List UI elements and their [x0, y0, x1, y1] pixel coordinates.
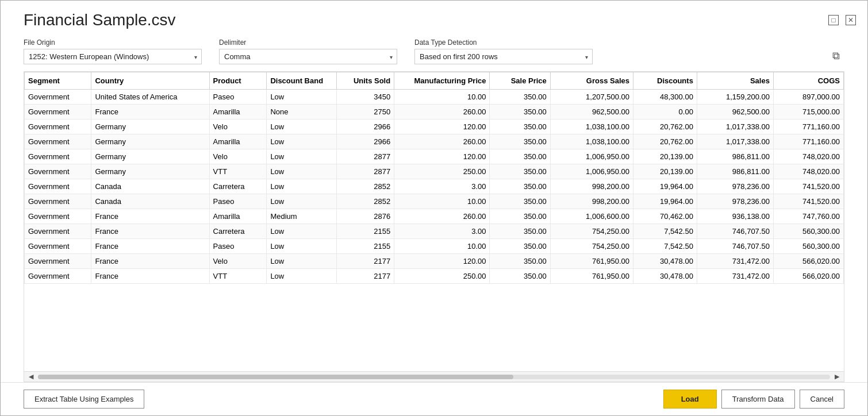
table-cell: 741,520.00	[773, 179, 843, 194]
file-origin-label: File Origin	[24, 38, 202, 47]
load-button[interactable]: Load	[663, 390, 717, 409]
table-cell: 2876	[337, 209, 394, 224]
col-header-gross-sales: Gross Sales	[550, 72, 633, 90]
col-header-product: Product	[209, 72, 267, 90]
file-origin-select[interactable]: 1252: Western European (Windows) UTF-8 U…	[24, 49, 202, 64]
file-icon-button[interactable]: ⧉	[828, 48, 844, 64]
table-cell: 20,139.00	[633, 164, 697, 179]
table-cell: 978,236.00	[697, 194, 773, 209]
col-header-discounts: Discounts	[633, 72, 697, 90]
table-cell: 2155	[337, 239, 394, 254]
table-cell: France	[91, 239, 209, 254]
table-cell: 962,500.00	[697, 105, 773, 120]
table-cell: 10.00	[394, 194, 490, 209]
table-cell: Canada	[91, 179, 209, 194]
table-cell: Velo	[209, 120, 267, 134]
table-cell: 998,200.00	[550, 194, 633, 209]
table-row: GovernmentCanadaCarreteraLow28523.00350.…	[25, 179, 844, 194]
table-cell: 978,236.00	[697, 179, 773, 194]
col-header-cogs: COGS	[773, 72, 843, 90]
table-cell: 761,950.00	[550, 254, 633, 269]
table-cell: 2852	[337, 194, 394, 209]
table-cell: Amarilla	[209, 134, 267, 149]
delimiter-select[interactable]: Comma Tab Semicolon	[219, 49, 397, 64]
table-cell: Low	[267, 194, 337, 209]
table-cell: 761,950.00	[550, 269, 633, 284]
table-cell: 19,964.00	[633, 179, 697, 194]
table-cell: 350.00	[490, 149, 550, 164]
table-cell: France	[91, 105, 209, 120]
table-cell: 7,542.50	[633, 224, 697, 239]
close-button[interactable]: ✕	[846, 15, 856, 25]
table-cell: 48,300.00	[633, 90, 697, 105]
table-cell: 754,250.00	[550, 224, 633, 239]
table-cell: 3.00	[394, 179, 490, 194]
table-cell: 754,250.00	[550, 239, 633, 254]
table-cell: Government	[25, 149, 91, 164]
table-cell: 1,006,950.00	[550, 164, 633, 179]
table-cell: Low	[267, 239, 337, 254]
col-header-country: Country	[91, 72, 209, 90]
table-cell: 566,020.00	[773, 269, 843, 284]
table-scroll-container[interactable]: Segment Country Product Discount Band Un…	[24, 72, 844, 371]
table-row: GovernmentGermanyVeloLow2966120.00350.00…	[25, 120, 844, 134]
table-cell: Low	[267, 254, 337, 269]
maximize-button[interactable]: □	[828, 15, 839, 25]
table-cell: VTT	[209, 269, 267, 284]
table-cell: 748,020.00	[773, 149, 843, 164]
file-origin-group: File Origin 1252: Western European (Wind…	[24, 38, 202, 64]
table-cell: 2177	[337, 254, 394, 269]
table-cell: Government	[25, 239, 91, 254]
cancel-button[interactable]: Cancel	[800, 390, 844, 409]
title-bar: Financial Sample.csv □ ✕	[1, 1, 867, 33]
table-cell: 897,000.00	[773, 90, 843, 105]
table-cell: Amarilla	[209, 209, 267, 224]
table-cell: 2155	[337, 224, 394, 239]
table-cell: 20,762.00	[633, 120, 697, 134]
table-cell: 936,138.00	[697, 209, 773, 224]
table-cell: 350.00	[490, 105, 550, 120]
table-cell: Government	[25, 194, 91, 209]
table-cell: France	[91, 254, 209, 269]
delimiter-label: Delimiter	[219, 38, 397, 47]
table-cell: Government	[25, 179, 91, 194]
table-cell: Government	[25, 254, 91, 269]
table-cell: Government	[25, 105, 91, 120]
table-cell: 350.00	[490, 209, 550, 224]
table-cell: 1,207,500.00	[550, 90, 633, 105]
extract-table-button[interactable]: Extract Table Using Examples	[24, 390, 144, 409]
table-row: GovernmentGermanyVTTLow2877250.00350.001…	[25, 164, 844, 179]
horizontal-scroll-thumb[interactable]	[38, 375, 513, 379]
table-cell: 350.00	[490, 179, 550, 194]
table-cell: 120.00	[394, 149, 490, 164]
scroll-right-arrow-icon[interactable]: ▶	[832, 373, 842, 380]
dialog-title: Financial Sample.csv	[24, 11, 176, 29]
col-header-units-sold: Units Sold	[337, 72, 394, 90]
horizontal-scrollbar[interactable]: ◀ ▶	[24, 371, 844, 382]
table-cell: 2852	[337, 179, 394, 194]
table-cell: Government	[25, 90, 91, 105]
table-cell: 0.00	[633, 105, 697, 120]
table-cell: 746,707.50	[697, 224, 773, 239]
transform-data-button[interactable]: Transform Data	[721, 390, 795, 409]
table-header-row: Segment Country Product Discount Band Un…	[25, 72, 844, 90]
table-cell: 2877	[337, 149, 394, 164]
table-cell: Paseo	[209, 194, 267, 209]
table-cell: 350.00	[490, 239, 550, 254]
table-cell: Low	[267, 120, 337, 134]
table-cell: 741,520.00	[773, 194, 843, 209]
table-row: GovernmentCanadaPaseoLow285210.00350.009…	[25, 194, 844, 209]
scroll-left-arrow-icon[interactable]: ◀	[26, 373, 36, 380]
table-row: GovernmentFranceAmarillaNone2750260.0035…	[25, 105, 844, 120]
table-cell: 19,964.00	[633, 194, 697, 209]
table-cell: 962,500.00	[550, 105, 633, 120]
table-cell: 3450	[337, 90, 394, 105]
col-header-mfg-price: Manufacturing Price	[394, 72, 490, 90]
delimiter-select-wrapper: Comma Tab Semicolon ▾	[219, 49, 397, 64]
table-cell: 350.00	[490, 134, 550, 149]
horizontal-scroll-track[interactable]	[38, 375, 830, 379]
data-type-group: Data Type Detection Based on first 200 r…	[414, 38, 593, 64]
data-type-select[interactable]: Based on first 200 rows Based on entire …	[414, 49, 593, 64]
table-cell: Government	[25, 120, 91, 134]
table-cell: Canada	[91, 194, 209, 209]
